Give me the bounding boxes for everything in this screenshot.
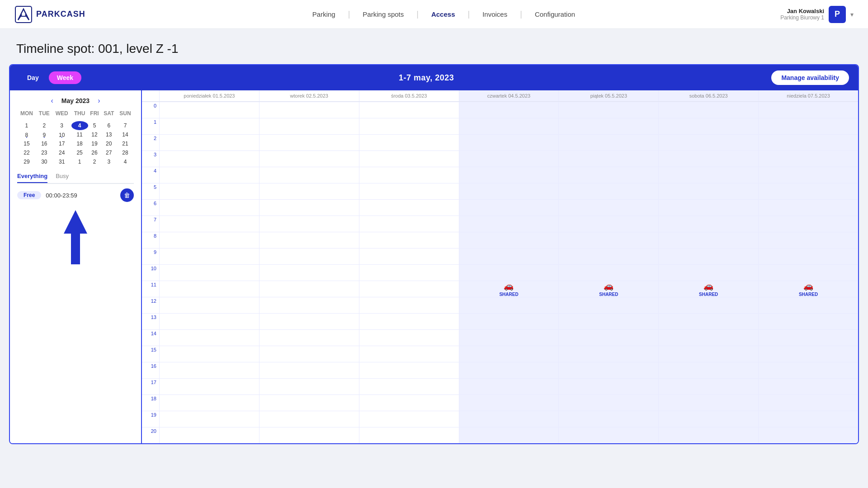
grid-cell-20-1 <box>259 427 359 443</box>
cal-day[interactable]: 1 <box>71 157 88 166</box>
grid-cell-6-1 <box>259 199 359 216</box>
nav-parking[interactable]: Parking <box>300 10 348 18</box>
grid-cell-11-6: 🚗SHARED <box>758 281 858 297</box>
delete-button[interactable]: 🗑 <box>120 188 134 202</box>
nav-parking-spots[interactable]: Parking spots <box>350 10 416 18</box>
grid-cell-11-2 <box>359 281 459 297</box>
cal-day[interactable]: 29 <box>17 157 36 166</box>
grid-cell-14-3 <box>459 329 559 346</box>
cal-day[interactable]: 2 <box>88 157 101 166</box>
grid-cell-12-1 <box>259 297 359 313</box>
cal-day[interactable]: 26 <box>88 148 101 157</box>
grid-cell-19-0 <box>159 411 259 427</box>
cal-day[interactable]: 5 <box>88 121 101 130</box>
grid-cell-10-6 <box>758 264 858 281</box>
grid-cell-9-3 <box>459 248 559 264</box>
grid-cell-20-2 <box>359 427 459 443</box>
car-icon: 🚗 <box>504 281 514 291</box>
week-view-button[interactable]: Week <box>49 71 81 84</box>
mini-cal-header: ‹ May 2023 › <box>17 96 134 106</box>
cal-day[interactable]: 13 <box>101 130 117 139</box>
cal-day[interactable]: 20 <box>101 139 117 148</box>
cal-day[interactable]: 18 <box>71 139 88 148</box>
next-month-button[interactable]: › <box>95 96 103 106</box>
cal-day[interactable]: 31 <box>52 157 71 166</box>
user-name: Jan Kowalski Parking Biurowy 1 <box>780 8 824 21</box>
grid-cell-5-0 <box>159 183 259 199</box>
cal-day[interactable]: 17 <box>52 139 71 148</box>
grid-cell-10-3 <box>459 264 559 281</box>
cal-day[interactable]: 28 <box>117 148 134 157</box>
cal-day[interactable]: 14 <box>117 130 134 139</box>
grid-cell-9-2 <box>359 248 459 264</box>
grid-cell-18-4 <box>558 394 658 411</box>
grid-cell-6-3 <box>459 199 559 216</box>
grid-cell-7-6 <box>758 216 858 232</box>
cal-day[interactable]: 16 <box>36 139 52 148</box>
cal-day[interactable]: 10 <box>52 130 71 139</box>
user-full-name: Jan Kowalski <box>780 8 824 14</box>
cal-day[interactable]: 3 <box>101 157 117 166</box>
cal-dow-mon: MON <box>17 109 36 118</box>
time-label-8: 8 <box>142 232 159 248</box>
grid-cell-1-0 <box>159 118 259 134</box>
cal-day[interactable]: 19 <box>88 139 101 148</box>
shared-label: SHARED <box>799 292 818 297</box>
cal-day[interactable]: 12 <box>88 130 101 139</box>
nav-invoices[interactable]: Invoices <box>470 10 520 18</box>
cal-day[interactable]: 30 <box>36 157 52 166</box>
cal-day[interactable]: 21 <box>117 139 134 148</box>
grid-cell-14-4 <box>558 329 658 346</box>
cal-day[interactable]: 6 <box>101 121 117 130</box>
cal-day[interactable]: 27 <box>101 148 117 157</box>
time-label-15: 15 <box>142 346 159 362</box>
grid-cell-9-4 <box>558 248 658 264</box>
view-toggle: Day Week <box>19 71 81 84</box>
nav-configuration[interactable]: Configuration <box>522 10 588 18</box>
cal-day[interactable]: 3 <box>52 121 71 130</box>
cal-day[interactable]: 4 <box>71 121 88 130</box>
cal-day[interactable]: 24 <box>52 148 71 157</box>
nav-access[interactable]: Access <box>419 10 468 18</box>
filter-tab-everything[interactable]: Everything <box>17 173 47 183</box>
cal-day[interactable]: 8 <box>17 130 36 139</box>
cal-dow-fri: FRI <box>88 109 101 118</box>
grid-cell-18-1 <box>259 394 359 411</box>
grid-cell-5-5 <box>658 183 758 199</box>
day-view-button[interactable]: Day <box>19 71 47 84</box>
car-icon: 🚗 <box>604 281 613 291</box>
up-arrow-icon <box>64 210 87 264</box>
cal-day[interactable]: 1 <box>17 121 36 130</box>
time-label-5: 5 <box>142 183 159 199</box>
time-label-6: 6 <box>142 199 159 216</box>
grid-cell-17-1 <box>259 378 359 394</box>
grid-cell-15-6 <box>758 346 858 362</box>
grid-cell-16-4 <box>558 362 658 378</box>
cal-day[interactable]: 23 <box>36 148 52 157</box>
cal-day[interactable]: 9 <box>36 130 52 139</box>
grid-cell-12-0 <box>159 297 259 313</box>
cal-day[interactable]: 7 <box>117 121 134 130</box>
grid-cell-18-6 <box>758 394 858 411</box>
grid-cell-1-4 <box>558 118 658 134</box>
cal-day[interactable]: 25 <box>71 148 88 157</box>
grid-cell-1-6 <box>758 118 858 134</box>
grid-cell-6-0 <box>159 199 259 216</box>
cal-day[interactable]: 2 <box>36 121 52 130</box>
cal-day[interactable]: 22 <box>17 148 36 157</box>
grid-cell-15-1 <box>259 346 359 362</box>
cal-dow-wed: WED <box>52 109 71 118</box>
grid-cell-14-6 <box>758 329 858 346</box>
cal-day[interactable]: 4 <box>117 157 134 166</box>
prev-month-button[interactable]: ‹ <box>48 96 56 106</box>
grid-cell-17-2 <box>359 378 459 394</box>
manage-availability-button[interactable]: Manage availability <box>771 70 849 85</box>
cal-day[interactable]: 11 <box>71 130 88 139</box>
grid-scroll[interactable]: 01234567891011🚗SHARED🚗SHARED🚗SHARED🚗SHAR… <box>142 102 858 443</box>
grid-cell-7-4 <box>558 216 658 232</box>
shared-event: 🚗SHARED <box>459 281 559 297</box>
filter-tab-busy[interactable]: Busy <box>56 173 69 183</box>
grid-cell-12-3 <box>459 297 559 313</box>
chevron-down-icon[interactable]: ▾ <box>850 11 854 18</box>
cal-day[interactable]: 15 <box>17 139 36 148</box>
